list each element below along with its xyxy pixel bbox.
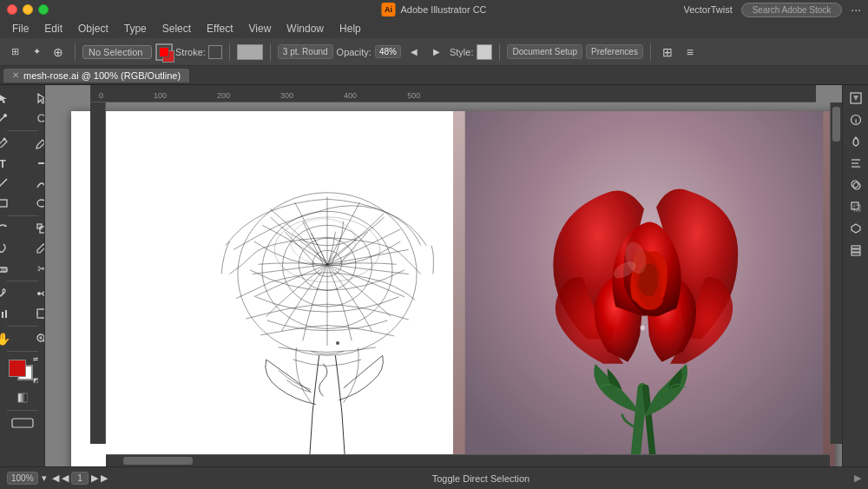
menu-view[interactable]: View: [242, 21, 279, 36]
prev-artboard-btn2[interactable]: ◀: [62, 472, 69, 484]
zoom-dropdown-btn[interactable]: ▾: [42, 472, 47, 484]
prev-artboard-btn[interactable]: ◀: [52, 472, 59, 484]
hand-tool[interactable]: ✋: [0, 329, 22, 348]
selection-tool[interactable]: [0, 89, 22, 108]
svg-rect-29: [12, 419, 33, 427]
sep5: [650, 43, 651, 61]
swap-colors-icon[interactable]: ⇄: [33, 356, 40, 363]
fill-stroke-icon[interactable]: [155, 43, 173, 61]
toolbar-grid-icon[interactable]: ⊞: [5, 43, 24, 62]
lt-sep6: [7, 410, 38, 411]
sep2: [229, 43, 230, 61]
cc-libraries-btn[interactable]: [846, 219, 865, 238]
account-name[interactable]: VectorTwist: [683, 4, 732, 15]
opacity-right-icon[interactable]: ▶: [427, 43, 446, 62]
chart-group: [0, 304, 45, 323]
paintbrush-tool[interactable]: [0, 239, 22, 258]
scale-tool[interactable]: [23, 219, 45, 238]
info-panel-btn[interactable]: i: [846, 110, 865, 129]
tab-close-btn[interactable]: ✕: [12, 70, 19, 80]
vertical-scrollbar[interactable]: [830, 102, 842, 444]
next-artboard-btn[interactable]: ▶: [91, 472, 98, 484]
horizontal-scrollbar[interactable]: [106, 454, 830, 466]
color-swatch-box[interactable]: [237, 44, 263, 60]
document-tab-label: mesh-rose.ai @ 100% (RGB/Outline): [23, 70, 181, 81]
next-artboard-btn2[interactable]: ▶: [101, 472, 108, 484]
scrollbar-thumb-v[interactable]: [832, 107, 840, 142]
svg-rect-15: [5, 310, 7, 318]
status-expand-btn[interactable]: ▶: [854, 472, 861, 484]
opacity-left-icon[interactable]: ◀: [404, 43, 424, 62]
zoom-value[interactable]: 100%: [7, 472, 38, 485]
vertical-type-tool[interactable]: T: [23, 154, 45, 173]
minimize-button[interactable]: [23, 4, 33, 15]
lasso-tool[interactable]: [23, 109, 45, 128]
document-tab[interactable]: ✕ mesh-rose.ai @ 100% (RGB/Outline): [3, 69, 189, 83]
erase-group: ✂: [0, 259, 45, 278]
menu-object[interactable]: Object: [71, 21, 115, 36]
svg-rect-53: [852, 253, 860, 255]
menu-help[interactable]: Help: [332, 21, 368, 36]
left-ruler: [90, 102, 106, 444]
menu-window[interactable]: Window: [279, 21, 331, 36]
draw-mode-btn[interactable]: [3, 413, 42, 433]
stroke-color-box[interactable]: [208, 45, 222, 59]
magic-wand-tool[interactable]: [0, 109, 22, 128]
align-panel-btn[interactable]: [846, 154, 865, 173]
toolbar-star-icon[interactable]: ✦: [27, 43, 46, 62]
search-stock[interactable]: Search Adobe Stock: [741, 3, 843, 17]
more-btn[interactable]: ···: [851, 3, 861, 17]
zoom-control: 100% ▾: [7, 472, 47, 485]
layers-panel-btn[interactable]: [846, 241, 865, 260]
artboard-tool[interactable]: [23, 304, 45, 323]
eyedropper-tool[interactable]: [0, 284, 22, 303]
photo-canvas: [453, 111, 835, 466]
artboard-number[interactable]: 1: [71, 472, 89, 485]
stroke-weight-dropdown[interactable]: 3 pt. Round: [278, 44, 333, 59]
rect-tool[interactable]: [0, 194, 22, 213]
menu-file[interactable]: File: [5, 21, 36, 36]
lt-sep4: [7, 326, 38, 327]
arrange-icon[interactable]: ⊞: [658, 43, 677, 62]
color-mode-btn[interactable]: [0, 388, 3, 407]
maximize-button[interactable]: [38, 4, 49, 15]
rotate-tool[interactable]: [0, 219, 22, 238]
pen-tool[interactable]: [0, 134, 22, 153]
zoom-tool[interactable]: [23, 329, 45, 348]
menu-effect[interactable]: Effect: [200, 21, 240, 36]
style-swatch[interactable]: [477, 44, 492, 60]
transform-panel-btn[interactable]: [846, 197, 865, 216]
toolbar-crosshair-icon[interactable]: ⊕: [49, 43, 68, 62]
scrollbar-thumb-h[interactable]: [123, 457, 193, 465]
svg-point-2: [3, 138, 6, 141]
pathfinder-panel-btn[interactable]: [846, 175, 865, 195]
eraser-tool[interactable]: [0, 259, 22, 278]
panel-icon[interactable]: ≡: [681, 43, 700, 62]
add-anchor-tool[interactable]: +: [23, 134, 45, 153]
menu-type[interactable]: Type: [117, 21, 154, 36]
pen-group: +: [0, 134, 45, 153]
arc-tool[interactable]: [23, 174, 45, 193]
line-tool[interactable]: [0, 174, 22, 193]
fill-color-box[interactable]: [9, 360, 26, 377]
opacity-value[interactable]: 48%: [375, 45, 401, 58]
column-chart-tool[interactable]: [0, 304, 22, 323]
selection-dropdown[interactable]: No Selection: [82, 45, 152, 59]
gradient-mode-btn[interactable]: [3, 388, 42, 407]
pencil-tool[interactable]: [23, 239, 45, 258]
type-tool[interactable]: T: [0, 154, 22, 173]
title-bar-right: VectorTwist Search Adobe Stock ···: [683, 3, 861, 17]
scissor-tool[interactable]: ✂: [23, 259, 45, 278]
direct-selection-tool[interactable]: [23, 89, 45, 108]
menu-select[interactable]: Select: [155, 21, 198, 36]
close-button[interactable]: [7, 4, 17, 15]
appearance-panel-btn[interactable]: [846, 132, 865, 151]
document-setup-btn[interactable]: Document Setup: [507, 44, 582, 59]
canvas-area[interactable]: 0 100 200 300 400 500: [45, 85, 842, 466]
menu-edit[interactable]: Edit: [37, 21, 69, 36]
blend-tool[interactable]: [23, 284, 45, 303]
default-colors-icon[interactable]: ◩: [33, 377, 40, 384]
navigator-panel-btn[interactable]: [846, 89, 865, 108]
preferences-btn[interactable]: Preferences: [586, 44, 643, 59]
ellipse-tool[interactable]: [23, 194, 45, 213]
